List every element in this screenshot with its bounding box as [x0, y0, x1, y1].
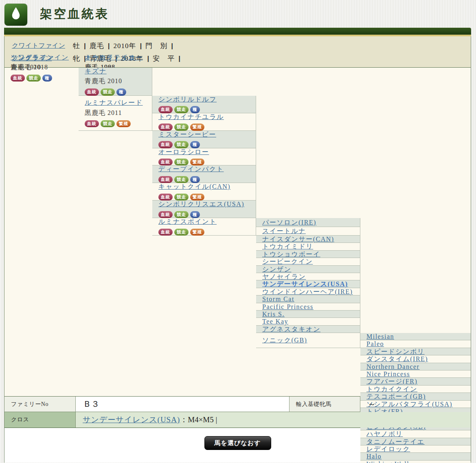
horse-link[interactable]: スピードシンボリ — [366, 348, 425, 355]
horse-link[interactable]: フアバージ(FR) — [366, 378, 417, 385]
pedigree-cell: トウショウボーイ — [256, 251, 360, 258]
page-title: 架空血統表 — [40, 6, 109, 22]
horse-attribute: 2010年 — [114, 41, 136, 51]
horse-link[interactable]: Pacific Princess — [262, 303, 314, 311]
pedigree-cell: ナイスダンサー(CAN) — [256, 236, 360, 243]
horse-link[interactable]: レデイロック — [366, 445, 410, 453]
pedigree-cell: Paleo — [360, 340, 471, 348]
horse-link[interactable]: Storm Cat — [262, 295, 294, 303]
selected-horses-box: クワイトファイン牡|鹿毛|2010年|門 別|ソングライン牝|青鹿毛|2018年… — [4, 36, 471, 68]
cross-horse-link[interactable]: サンデーサイレンス(USA) — [83, 414, 180, 425]
horse-link[interactable]: オーロラシロー — [158, 148, 209, 156]
badge-race: 競走 — [174, 211, 189, 218]
separator: | — [171, 42, 173, 50]
horse-link[interactable]: ソングライン — [11, 54, 54, 61]
horse-link[interactable]: トウカイナチユラル — [158, 113, 224, 121]
horse-link[interactable]: トウカイミドリ — [262, 243, 313, 250]
horse-link[interactable]: Nice Princess — [366, 370, 410, 378]
horse-link[interactable]: シンボリクリスエス(USA) — [158, 201, 244, 208]
family-no-value: Ｂ３ — [76, 397, 290, 412]
family-no-label: ファミリーNo — [4, 397, 76, 412]
horse-link[interactable]: キズナ — [85, 68, 107, 75]
horse-link[interactable]: Tee Kay — [262, 318, 288, 325]
horse-attribute: 安 平 — [153, 54, 175, 63]
badge-row: 血統競走繁殖 — [158, 159, 204, 166]
horse-link[interactable]: Northern Dancer — [366, 363, 419, 370]
masthead: 架空血統表 — [4, 0, 471, 28]
badge-stud: 種 — [116, 88, 126, 96]
horse-link[interactable]: ウインドインハーヘア(IRE) — [262, 288, 353, 295]
horse-link[interactable]: ルミナスポイント — [158, 218, 217, 225]
pedigree-cell: ソニック(GB) — [256, 333, 360, 348]
badge-race: 競走 — [174, 176, 189, 183]
horse-link[interactable]: スイートルナ — [262, 227, 306, 235]
horse-link[interactable]: ヤノセイラン — [262, 273, 306, 280]
pedigree-cell: シンボリルドルフ血統競走種 — [152, 96, 256, 113]
horse-link[interactable]: Halo — [366, 453, 382, 460]
reselect-horse-button[interactable]: 馬を選びなおす — [204, 436, 271, 450]
badge-race: 競走 — [174, 123, 189, 131]
horse-link[interactable]: シンボリルドルフ — [158, 96, 217, 103]
horse-link[interactable]: オーロラテルコ — [85, 54, 136, 61]
badge-breed: 繁殖 — [190, 194, 204, 201]
horse-link[interactable]: Paleo — [366, 340, 384, 348]
horse-link[interactable]: サンデーサイレンス(USA) — [262, 280, 348, 288]
badge-row: 血統競走繁殖 — [158, 194, 204, 201]
badge-race: 競走 — [101, 88, 115, 96]
badge-race: 競走 — [174, 141, 189, 148]
badge-breed: 繁殖 — [190, 123, 204, 131]
pedigree-cell: シンボリクリスエス(USA)血統競走種 — [152, 201, 256, 218]
horse-link[interactable]: ダンスタイム(IRE) — [366, 355, 428, 363]
horse-link[interactable]: ソニック(GB) — [262, 337, 307, 344]
selected-horse-link[interactable]: クワイトファイン — [12, 42, 73, 50]
horse-attribute: 牡 — [73, 41, 80, 51]
pedigree-cell: ミスターシービー血統競走種 — [152, 131, 256, 148]
pedigree-cell: パーソロン(IRE) — [256, 218, 360, 227]
pedigree-cell: Tee Kay — [256, 318, 360, 325]
badge-stud: 種 — [190, 176, 200, 183]
horse-link[interactable]: Kris S. — [262, 311, 285, 318]
pedigree-cell: フアバージ(FR) — [360, 378, 471, 385]
coat-year-label: 青鹿毛 2018 — [11, 63, 48, 72]
pedigree-cell: ルミナスパレード黒鹿毛 2011血統競走繁殖 — [79, 96, 152, 131]
horse-link[interactable]: シンザン — [262, 266, 292, 273]
horse-link[interactable]: Milesian — [366, 333, 394, 340]
horse-link[interactable]: ディープインパクト — [158, 165, 224, 173]
coat-year-label: 青鹿毛 2010 — [85, 77, 122, 86]
pedigree-cell: Pacific Princess — [256, 303, 360, 311]
badge-race: 競走 — [174, 229, 189, 236]
pedigree-cell: ダンスタイム(IRE) — [360, 355, 471, 363]
pedigree-cell: ハヤノボリ — [360, 430, 471, 438]
horse-link[interactable]: キャットクイル(CAN) — [158, 183, 230, 190]
horse-link[interactable]: ミスターシービー — [158, 131, 216, 138]
horse-link[interactable]: トウショウボーイ — [262, 251, 320, 258]
pedigree-cell: レデイロック — [360, 445, 471, 453]
horse-link[interactable]: Wishing Well — [366, 461, 409, 463]
horse-link[interactable]: トウカイクイン — [366, 386, 417, 393]
horse-link[interactable]: タニノムーテイエ — [366, 438, 425, 445]
badge-ped: 血統 — [158, 194, 173, 201]
badge-row: 血統競走種 — [85, 88, 126, 96]
pedigree-cell: スピードシンボリ — [360, 348, 471, 355]
badge-stud: 種 — [190, 141, 200, 148]
horse-link[interactable]: ナイスダンサー(CAN) — [262, 236, 334, 243]
badge-ped: 血統 — [158, 176, 173, 183]
badge-ped: 血統 — [158, 141, 173, 148]
pedigree-cell: Northern Dancer — [360, 363, 471, 370]
badge-ped: 血統 — [11, 75, 25, 82]
badge-breed: 繁殖 — [190, 229, 204, 236]
horse-link[interactable]: シービークイン — [262, 258, 313, 265]
horse-link[interactable]: ハヤノボリ — [366, 430, 403, 438]
horse-link[interactable]: ルミナスパレード — [85, 99, 143, 106]
horse-link[interactable]: アグネスタキオン — [262, 326, 320, 333]
cross-value: サンデーサイレンス(USA)：M4×M5 | — [76, 412, 471, 428]
separator: | — [140, 42, 142, 50]
pedigree-cell: キズナ青鹿毛 2010血統競走種 — [79, 68, 152, 96]
horse-link[interactable]: パーソロン(IRE) — [262, 219, 316, 226]
cross-detail: ：M4×M5 | — [180, 414, 217, 425]
pedigree-cell: ウインドインハーヘア(IRE) — [256, 288, 360, 295]
badge-row: 血統競走種 — [158, 211, 200, 218]
badge-row: 血統競走種 — [158, 176, 200, 183]
selected-horse-row: クワイトファイン牡|鹿毛|2010年|門 別| — [12, 40, 471, 52]
pedigree-cell: キャットクイル(CAN)血統競走繁殖 — [152, 183, 256, 201]
